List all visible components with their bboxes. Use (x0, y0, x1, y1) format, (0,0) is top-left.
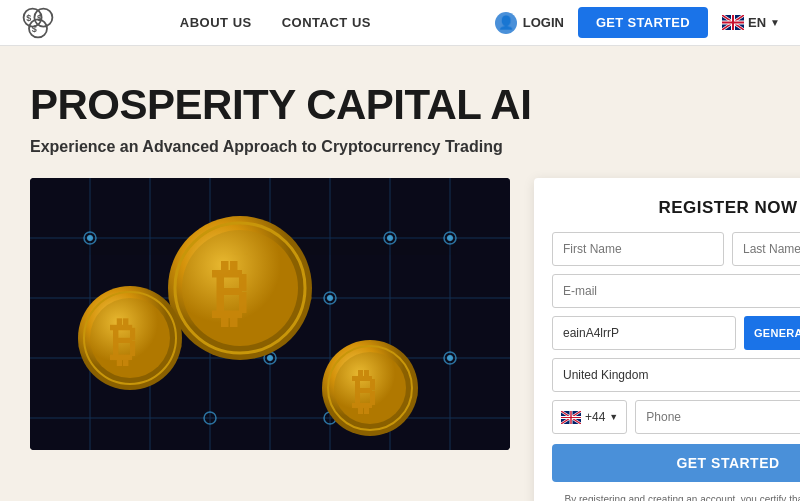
hero-image: ₿ (30, 178, 510, 450)
nav-about[interactable]: ABOUT US (180, 15, 252, 30)
svg-rect-70 (561, 417, 581, 418)
nav-contact[interactable]: CONTACT US (282, 15, 371, 30)
disclaimer-text: By registering and creating an account, … (552, 492, 800, 501)
register-title: REGISTER NOW (552, 198, 800, 218)
logo-icon: $ $ $ (20, 5, 56, 41)
svg-point-44 (447, 355, 453, 361)
svg-text:₿: ₿ (212, 253, 248, 333)
logo: $ $ $ (20, 5, 56, 41)
svg-point-41 (267, 355, 273, 361)
phone-prefix-label: +44 (585, 410, 605, 424)
first-name-input[interactable] (552, 232, 724, 266)
svg-text:$: $ (37, 13, 42, 23)
email-row (552, 274, 800, 308)
header-actions: 👤 LOGIN GET STARTED EN ▼ (495, 7, 780, 38)
main-content: PROSPERITY CAPITAL AI Experience an Adva… (0, 46, 800, 501)
flag-small-icon (561, 411, 581, 424)
svg-text:$: $ (32, 24, 37, 34)
generate-passwords-button[interactable]: GENERATE PASSWORDS (744, 316, 800, 350)
lang-label: EN (748, 15, 766, 30)
language-selector[interactable]: EN ▼ (722, 15, 780, 30)
phone-input[interactable] (635, 400, 800, 434)
name-row (552, 232, 800, 266)
page-title: PROSPERITY CAPITAL AI (30, 82, 770, 128)
svg-point-46 (447, 235, 453, 241)
phone-row: +44 ▼ (552, 400, 800, 434)
register-panel: REGISTER NOW GENERATE PASSWORDS United K… (534, 178, 800, 501)
last-name-input[interactable] (732, 232, 800, 266)
svg-text:$: $ (26, 13, 31, 23)
flag-icon (722, 15, 744, 30)
hero-svg: ₿ (30, 178, 510, 450)
user-icon: 👤 (495, 12, 517, 34)
login-button[interactable]: 👤 LOGIN (495, 12, 564, 34)
svg-text:₿: ₿ (110, 313, 136, 371)
svg-point-43 (387, 235, 393, 241)
country-select[interactable]: United Kingdom (552, 358, 800, 392)
svg-point-42 (327, 295, 333, 301)
content-row: ₿ (30, 178, 770, 501)
svg-point-38 (87, 235, 93, 241)
login-label: LOGIN (523, 15, 564, 30)
chevron-down-icon: ▼ (770, 17, 780, 28)
email-input[interactable] (552, 274, 800, 308)
submit-button[interactable]: GET STARTED (552, 444, 800, 482)
password-row: GENERATE PASSWORDS (552, 316, 800, 350)
chevron-phone-icon: ▼ (609, 412, 618, 422)
get-started-header-button[interactable]: GET STARTED (578, 7, 708, 38)
svg-rect-14 (722, 22, 744, 24)
svg-text:₿: ₿ (352, 365, 376, 418)
page-subtitle: Experience an Advanced Approach to Crypt… (30, 138, 770, 156)
main-nav: ABOUT US CONTACT US (180, 15, 371, 30)
phone-prefix-selector[interactable]: +44 ▼ (552, 400, 627, 434)
header: $ $ $ ABOUT US CONTACT US 👤 LOGIN GET ST… (0, 0, 800, 46)
password-input[interactable] (552, 316, 736, 350)
